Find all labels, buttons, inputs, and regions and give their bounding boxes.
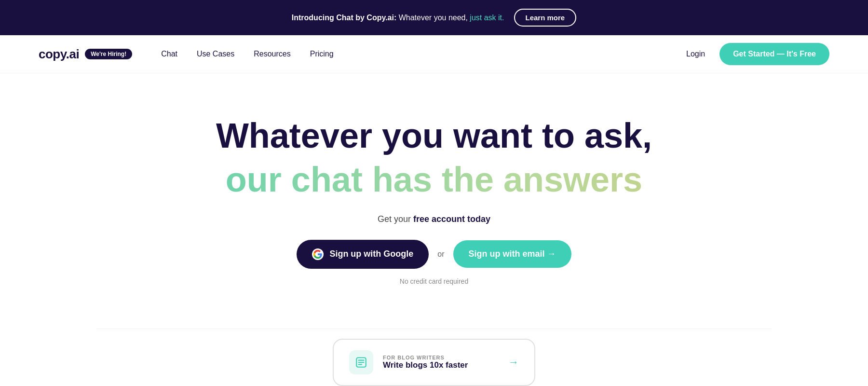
blog-card-arrow-icon: → — [508, 356, 519, 369]
cta-row: Sign up with Google or Sign up with emai… — [10, 240, 858, 269]
blog-card-icon — [349, 350, 373, 374]
hero-section: Whatever you want to ask, our chat has t… — [0, 73, 868, 309]
hero-headline-2: our chat has the answers — [10, 160, 858, 200]
hiring-badge: We're Hiring! — [85, 49, 132, 59]
card-preview-area: FOR BLOG WRITERS Write blogs 10x faster … — [0, 329, 868, 386]
get-started-button[interactable]: Get Started — It's Free — [719, 43, 829, 65]
nav-item-use-cases[interactable]: Use Cases — [197, 50, 234, 58]
signup-google-button[interactable]: Sign up with Google — [297, 240, 429, 269]
main-nav: copy.ai We're Hiring! Chat Use Cases Res… — [0, 35, 868, 73]
nav-links: Chat Use Cases Resources Pricing — [161, 50, 686, 58]
google-icon — [312, 248, 324, 260]
nav-item-pricing[interactable]: Pricing — [310, 50, 334, 58]
nav-item-chat[interactable]: Chat — [161, 50, 177, 58]
signup-email-button[interactable]: Sign up with email → — [453, 240, 571, 268]
blog-writers-card[interactable]: FOR BLOG WRITERS Write blogs 10x faster … — [333, 339, 535, 386]
nav-item-resources[interactable]: Resources — [254, 50, 290, 58]
hero-subtext: Get your free account today — [10, 214, 858, 224]
announcement-bar: Introducing Chat by Copy.ai: Whatever yo… — [0, 0, 868, 35]
nav-right: Login Get Started — It's Free — [686, 43, 829, 65]
logo[interactable]: copy.ai — [39, 47, 79, 62]
no-credit-card-text: No credit card required — [10, 277, 858, 285]
logo-area: copy.ai We're Hiring! — [39, 47, 132, 62]
learn-more-button[interactable]: Learn more — [514, 9, 577, 27]
blog-card-title: Write blogs 10x faster — [383, 360, 499, 370]
blog-card-label: FOR BLOG WRITERS — [383, 355, 499, 360]
hero-headline-1: Whatever you want to ask, — [10, 117, 858, 155]
login-button[interactable]: Login — [686, 50, 705, 58]
announcement-text: Introducing Chat by Copy.ai: Whatever yo… — [292, 14, 504, 22]
or-separator: or — [437, 250, 444, 259]
blog-card-content: FOR BLOG WRITERS Write blogs 10x faster — [383, 355, 499, 370]
